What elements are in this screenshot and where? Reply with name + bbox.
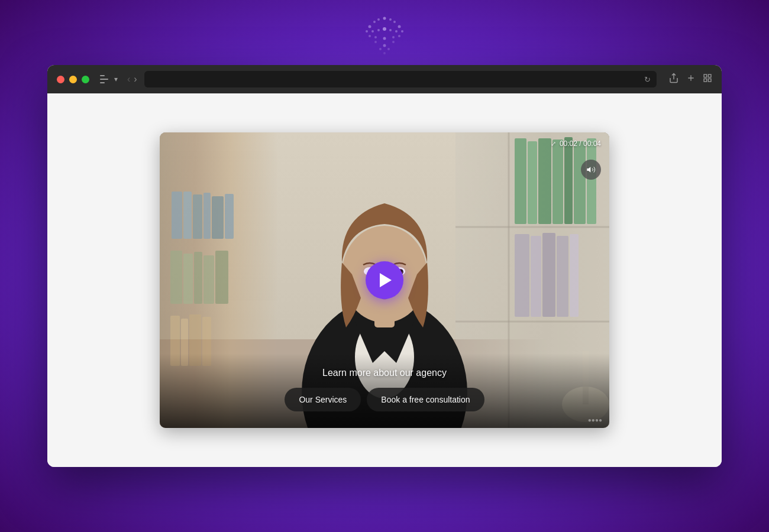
svg-point-23 xyxy=(387,48,390,50)
svg-point-10 xyxy=(383,27,386,31)
svg-point-16 xyxy=(383,37,386,40)
nav-arrows: ‹ › xyxy=(127,74,137,84)
svg-rect-30 xyxy=(708,79,711,82)
svg-rect-38 xyxy=(183,254,193,304)
expand-icon: ⤢ xyxy=(551,140,556,148)
reload-button[interactable]: ↻ xyxy=(644,75,651,84)
volume-button[interactable] xyxy=(581,160,601,180)
svg-point-21 xyxy=(392,41,395,43)
share-icon[interactable] xyxy=(668,73,679,86)
video-cta-buttons: Our Services Book a free consultation xyxy=(285,388,484,411)
svg-rect-37 xyxy=(170,251,182,304)
browser-actions xyxy=(668,73,712,86)
our-services-button[interactable]: Our Services xyxy=(285,388,361,411)
svg-point-12 xyxy=(395,30,398,33)
svg-rect-61 xyxy=(570,234,579,317)
svg-point-20 xyxy=(383,44,386,47)
video-subtitle: Learn more about our agency xyxy=(322,368,447,378)
maximize-button[interactable] xyxy=(82,76,89,83)
svg-rect-31 xyxy=(172,192,182,239)
top-logo xyxy=(358,9,411,64)
svg-point-0 xyxy=(369,25,371,28)
svg-rect-40 xyxy=(203,255,214,304)
address-bar[interactable]: ↻ xyxy=(144,71,657,87)
svg-point-3 xyxy=(383,17,386,20)
video-player[interactable]: ⤢ 00:02 / 00:04 Learn more about our age… xyxy=(160,132,609,428)
svg-point-9 xyxy=(377,29,380,31)
grid-icon[interactable] xyxy=(703,73,712,85)
browser-content: ⤢ 00:02 / 00:04 Learn more about our age… xyxy=(47,93,722,467)
time-text: 00:02 / 00:04 xyxy=(560,140,601,148)
svg-rect-36 xyxy=(225,194,234,239)
svg-rect-51 xyxy=(528,141,537,224)
forward-button[interactable]: › xyxy=(134,74,137,84)
volume-icon xyxy=(586,165,596,174)
svg-rect-56 xyxy=(587,138,596,224)
svg-point-7 xyxy=(366,30,368,33)
svg-rect-54 xyxy=(564,137,573,224)
url-input[interactable] xyxy=(175,75,626,84)
svg-rect-35 xyxy=(212,196,224,239)
svg-point-19 xyxy=(374,41,377,43)
new-tab-icon[interactable] xyxy=(686,73,696,85)
minimize-button[interactable] xyxy=(69,76,77,83)
sidebar-toggle-button[interactable]: ▾ xyxy=(100,75,118,83)
svg-point-13 xyxy=(401,30,403,33)
svg-point-8 xyxy=(371,30,374,33)
back-button[interactable]: ‹ xyxy=(127,74,130,84)
svg-point-22 xyxy=(379,48,382,50)
svg-rect-53 xyxy=(552,140,563,224)
svg-rect-59 xyxy=(542,233,555,317)
svg-point-6 xyxy=(398,25,401,28)
svg-point-2 xyxy=(377,18,380,21)
play-button[interactable] xyxy=(366,261,403,299)
svg-rect-50 xyxy=(515,138,526,224)
svg-rect-27 xyxy=(704,74,707,77)
svg-point-24 xyxy=(383,52,386,54)
svg-rect-41 xyxy=(215,251,228,304)
svg-rect-57 xyxy=(515,234,529,317)
video-time-display: ⤢ 00:02 / 00:04 xyxy=(551,140,601,148)
svg-point-1 xyxy=(373,21,376,23)
svg-rect-34 xyxy=(203,193,211,239)
svg-point-15 xyxy=(374,36,377,38)
video-bottom-overlay: Learn more about our agency Our Services… xyxy=(160,353,609,428)
svg-rect-58 xyxy=(531,236,541,317)
svg-point-18 xyxy=(398,35,400,37)
svg-rect-33 xyxy=(193,194,202,239)
browser-titlebar: ▾ ‹ › ↻ xyxy=(47,65,722,93)
svg-point-5 xyxy=(393,21,396,23)
traffic-lights xyxy=(57,76,89,83)
svg-rect-29 xyxy=(704,79,707,82)
svg-point-11 xyxy=(389,29,392,31)
close-button[interactable] xyxy=(57,76,64,83)
svg-point-14 xyxy=(369,35,371,37)
svg-point-17 xyxy=(392,36,395,38)
svg-rect-60 xyxy=(557,236,568,317)
svg-rect-39 xyxy=(194,252,202,304)
svg-rect-28 xyxy=(708,74,711,77)
svg-rect-55 xyxy=(574,141,586,224)
svg-rect-52 xyxy=(538,138,551,224)
browser-window: ▾ ‹ › ↻ xyxy=(47,65,722,467)
svg-point-4 xyxy=(389,18,392,21)
svg-rect-32 xyxy=(183,192,192,239)
book-consultation-button[interactable]: Book a free consultation xyxy=(367,388,484,411)
watermark: ●●●● xyxy=(588,417,602,423)
